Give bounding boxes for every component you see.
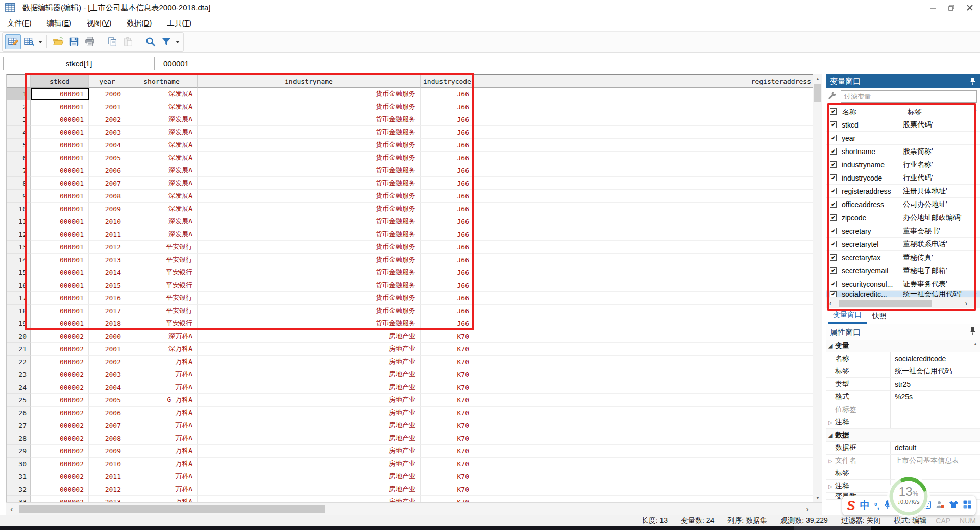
variable-row-industryname[interactable]: ✔industryname行业名称': [826, 158, 980, 171]
cell-industryname-row4[interactable]: 货币金融服务: [198, 126, 421, 139]
cell-year-row6[interactable]: 2005: [89, 152, 126, 164]
cell-stkcd-row10[interactable]: 000001: [31, 203, 89, 215]
cell-registeraddress-row6[interactable]: [474, 152, 813, 164]
grid-hscroll-thumb[interactable]: [19, 505, 325, 513]
row-number[interactable]: 5: [7, 139, 31, 152]
scroll-up-icon[interactable]: ▲: [813, 74, 822, 83]
cell-shortname-row26[interactable]: 万科A: [126, 407, 198, 419]
cell-stkcd-row7[interactable]: 000001: [31, 164, 89, 177]
scroll-down-icon[interactable]: ▼: [971, 292, 979, 297]
cell-shortname-row31[interactable]: 万科A: [126, 470, 198, 483]
user-icon[interactable]: [936, 500, 944, 511]
cell-registeraddress-row23[interactable]: [474, 368, 813, 381]
filter-dropdown[interactable]: [174, 34, 181, 49]
select-all-checkbox[interactable]: ✔: [830, 108, 837, 115]
cell-industryname-row15[interactable]: 货币金融服务: [198, 266, 421, 279]
cell-shortname-row20[interactable]: 深万科A: [126, 330, 198, 343]
cell-shortname-row8[interactable]: 深发展A: [126, 177, 198, 190]
cell-year-row9[interactable]: 2008: [89, 190, 126, 203]
cell-registeraddress-row13[interactable]: [474, 241, 813, 254]
column-header-stkcd[interactable]: stkcd: [31, 75, 89, 88]
cell-registeraddress-row10[interactable]: [474, 203, 813, 215]
cell-registeraddress-row16[interactable]: [474, 279, 813, 292]
property-value[interactable]: 统一社会信用代码: [890, 365, 980, 377]
tab-snapshot[interactable]: 快照: [867, 309, 892, 324]
cell-industryname-row29[interactable]: 房地产业: [198, 445, 421, 458]
row-number[interactable]: 1: [7, 88, 31, 100]
cell-year-row17[interactable]: 2016: [89, 292, 126, 305]
property-row-注释[interactable]: ▷注释: [826, 416, 980, 429]
row-number[interactable]: 33: [7, 496, 31, 502]
cell-industrycode-row6[interactable]: J66: [421, 152, 474, 164]
close-button[interactable]: [961, 0, 979, 15]
variable-checkbox[interactable]: ✔: [830, 148, 837, 155]
cell-stkcd-row20[interactable]: 000002: [31, 330, 89, 343]
cell-year-row30[interactable]: 2010: [89, 458, 126, 470]
cell-stkcd-row16[interactable]: 000001: [31, 279, 89, 292]
cell-registeraddress-row18[interactable]: [474, 305, 813, 317]
cell-registeraddress-row4[interactable]: [474, 126, 813, 139]
cell-industrycode-row21[interactable]: K70: [421, 343, 474, 356]
cell-stkcd-row14[interactable]: 000001: [31, 254, 89, 266]
cell-reference-box[interactable]: stkcd[1]: [3, 57, 155, 70]
cell-industryname-row8[interactable]: 货币金融服务: [198, 177, 421, 190]
scroll-left-icon[interactable]: ‹: [6, 503, 17, 515]
cell-industrycode-row9[interactable]: J66: [421, 190, 474, 203]
variable-row-securityconsul[interactable]: ✔securityconsul...证券事务代表': [826, 277, 980, 291]
cell-shortname-row6[interactable]: 深发展A: [126, 152, 198, 164]
cell-year-row12[interactable]: 2011: [89, 228, 126, 241]
cell-industrycode-row10[interactable]: J66: [421, 203, 474, 215]
cell-industrycode-row1[interactable]: J66: [421, 88, 474, 100]
cell-stkcd-row15[interactable]: 000001: [31, 266, 89, 279]
cell-year-row14[interactable]: 2013: [89, 254, 126, 266]
filter-button[interactable]: [158, 34, 174, 49]
scroll-right-icon[interactable]: ›: [962, 298, 971, 308]
variable-checkbox[interactable]: ✔: [830, 201, 837, 208]
cell-industrycode-row16[interactable]: J66: [421, 279, 474, 292]
cell-stkcd-row31[interactable]: 000002: [31, 470, 89, 483]
row-number[interactable]: 22: [7, 356, 31, 368]
cell-stkcd-row6[interactable]: 000001: [31, 152, 89, 164]
row-number[interactable]: 15: [7, 266, 31, 279]
expanded-triangle-icon[interactable]: ◢: [826, 343, 835, 349]
cell-industrycode-row3[interactable]: J66: [421, 113, 474, 126]
pin-icon[interactable]: [970, 77, 976, 87]
cell-year-row4[interactable]: 2003: [89, 126, 126, 139]
cell-shortname-row33[interactable]: 万科A: [126, 496, 198, 502]
cell-stkcd-row3[interactable]: 000001: [31, 113, 89, 126]
cell-registeraddress-row20[interactable]: [474, 330, 813, 343]
cell-industryname-row22[interactable]: 房地产业: [198, 356, 421, 368]
property-row-类型[interactable]: 类型str25: [826, 378, 980, 391]
cell-shortname-row21[interactable]: 深万科A: [126, 343, 198, 356]
row-number[interactable]: 26: [7, 407, 31, 419]
cell-stkcd-row13[interactable]: 000001: [31, 241, 89, 254]
grid-horizontal-scrollbar[interactable]: ‹ ›: [6, 502, 822, 515]
cell-industrycode-row26[interactable]: K70: [421, 407, 474, 419]
cell-industrycode-row31[interactable]: K70: [421, 470, 474, 483]
skin-tshirt-icon[interactable]: [949, 500, 959, 511]
cell-value-box[interactable]: 000001: [159, 57, 976, 70]
cell-year-row29[interactable]: 2009: [89, 445, 126, 458]
cell-year-row16[interactable]: 2015: [89, 279, 126, 292]
row-number[interactable]: 16: [7, 279, 31, 292]
cell-registeraddress-row27[interactable]: [474, 419, 813, 432]
cell-industrycode-row19[interactable]: J66: [421, 317, 474, 330]
cell-year-row33[interactable]: 2013: [89, 496, 126, 502]
cell-shortname-row27[interactable]: 万科A: [126, 419, 198, 432]
cell-shortname-row25[interactable]: G 万科A: [126, 394, 198, 407]
cell-stkcd-row26[interactable]: 000002: [31, 407, 89, 419]
cell-stkcd-row24[interactable]: 000002: [31, 381, 89, 394]
column-header-shortname[interactable]: shortname: [126, 75, 198, 88]
cell-registeraddress-row7[interactable]: [474, 164, 813, 177]
cell-shortname-row4[interactable]: 深发展A: [126, 126, 198, 139]
cell-stkcd-row22[interactable]: 000002: [31, 356, 89, 368]
cell-industryname-row32[interactable]: 房地产业: [198, 483, 421, 496]
cell-shortname-row16[interactable]: 平安银行: [126, 279, 198, 292]
cell-industryname-row3[interactable]: 货币金融服务: [198, 113, 421, 126]
cell-industrycode-row18[interactable]: J66: [421, 305, 474, 317]
cell-stkcd-row21[interactable]: 000002: [31, 343, 89, 356]
cell-registeraddress-row28[interactable]: [474, 432, 813, 445]
cell-stkcd-row19[interactable]: 000001: [31, 317, 89, 330]
cell-year-row20[interactable]: 2000: [89, 330, 126, 343]
cell-shortname-row12[interactable]: 深发展A: [126, 228, 198, 241]
